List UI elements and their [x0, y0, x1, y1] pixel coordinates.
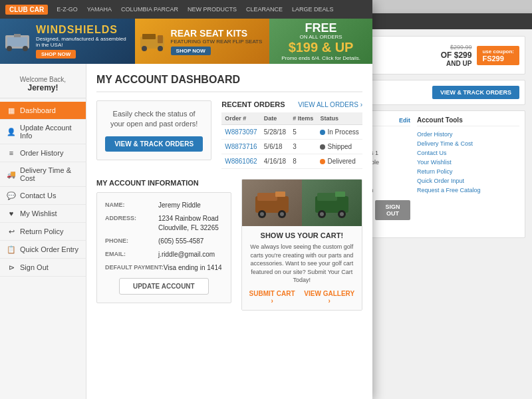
address-value: 1234 Rainbow Road Cloudville, FL 32265	[158, 214, 219, 233]
footer-quick-order[interactable]: Quick Order Input	[417, 178, 464, 184]
sidebar-item-order-history[interactable]: ≡ Order History	[0, 144, 86, 162]
order-link-1[interactable]: W8873097	[225, 128, 257, 136]
footer-contact[interactable]: Contact Us	[417, 150, 447, 156]
free-price: $199 & UP	[289, 40, 354, 55]
seat-kits-subtitle: FEATURING GTW REAR FLIP SEATS	[171, 39, 263, 45]
sidebar-label-return: Return Policy	[20, 227, 63, 235]
track-orders-description: Easily check the status of your open and…	[105, 109, 203, 130]
footer-delivery[interactable]: Delivery Time & Cost	[417, 140, 473, 147]
main-panel: CLUB CAR E-Z-GO YAMAHA COLUMBIA PARCAR N…	[0, 0, 372, 399]
footer-wishlist[interactable]: Your Wishlist	[417, 159, 452, 166]
col-date: Date	[261, 112, 290, 125]
nav-item-ezgo[interactable]: E-Z-GO	[53, 6, 81, 13]
banner-free-shipping[interactable]: FREE ON ALL ORDERS $199 & UP Promo ends …	[269, 19, 372, 64]
cart-image-1	[242, 180, 302, 226]
view-gallery-link[interactable]: VIEW GALLERY ›	[302, 290, 356, 305]
update-account-button[interactable]: UPDATE ACCOUNT	[119, 278, 209, 295]
svg-point-21	[280, 212, 284, 216]
sidebar-item-delivery[interactable]: 🚚 Delivery Time & Cost	[0, 162, 86, 187]
nav-item-yamaha[interactable]: YAMAHA	[84, 6, 115, 13]
order-date-2: 5/6/18	[261, 140, 290, 154]
orders-right: RECENT ORDERS VIEW ALL ORDERS › Order # …	[221, 100, 362, 169]
account-icon: 👤	[7, 127, 16, 136]
order-link-3[interactable]: W8861062	[225, 158, 257, 165]
contact-icon: 💬	[7, 191, 16, 200]
email-value: j.riddle@gmail.com	[158, 250, 215, 259]
svg-point-28	[340, 212, 344, 216]
banner: WINDSHIELDS Designed, manufactured & ass…	[0, 19, 372, 64]
wishlist-icon: ♥	[7, 209, 16, 218]
cart-box: SHOW US YOUR CART! We always love seeing…	[241, 179, 362, 311]
sidebar-label-wishlist: My Wishlist	[20, 209, 57, 217]
free-shipping-price: $299.99 OF $299 AND UP	[441, 44, 472, 67]
status-dot-3	[320, 159, 325, 164]
windshields-shop-btn[interactable]: SHOP NOW	[36, 50, 76, 59]
cart-content: SHOW US YOUR CART! We always love seeing…	[242, 226, 362, 310]
order-link-2[interactable]: W8873716	[225, 143, 257, 150]
sidebar-item-dashboard[interactable]: ▦ Dashboard	[0, 102, 86, 120]
account-right: SHOW US YOUR CART! We always love seeing…	[241, 179, 362, 311]
signout-button[interactable]: SIGN OUT	[375, 200, 410, 220]
status-text-2: Shipped	[327, 143, 352, 150]
footer-edit-link[interactable]: Edit	[399, 117, 410, 124]
page-title: MY ACCOUNT DASHBOARD	[96, 74, 362, 92]
address-line1: 1234 Rainbow Road	[158, 215, 219, 222]
main-content: MY ACCOUNT DASHBOARD Easily check the st…	[86, 64, 372, 399]
nav-item-large-deals[interactable]: LARGE DEALS	[289, 6, 337, 13]
nav-item-clearance[interactable]: CLEARANCE	[243, 6, 286, 13]
sidebar-label-quick-order: Quick Order Entry	[20, 245, 78, 253]
status-badge-3: Delivered	[320, 158, 359, 165]
nav-item-columbia[interactable]: COLUMBIA PARCAR	[118, 6, 182, 13]
and-up: AND UP	[441, 60, 472, 67]
info-row-payment: DEFAULT PAYMENT: Visa ending in 1414	[105, 263, 223, 273]
banner-windshields[interactable]: WINDSHIELDS Designed, manufactured & ass…	[0, 19, 135, 64]
track-orders-button[interactable]: VIEW & TRACK ORDERS	[432, 86, 519, 99]
order-items-3: 8	[289, 154, 317, 169]
sidebar-item-update-account[interactable]: 👤 Update Account Info	[0, 120, 86, 144]
seat-kits-shop-btn[interactable]: SHOP NOW	[171, 47, 211, 55]
sidebar-item-wishlist[interactable]: ♥ My Wishlist	[0, 205, 86, 223]
account-info-box: NAME: Jeremy Riddle ADDRESS: 1234 Rainbo…	[96, 192, 231, 303]
footer-return[interactable]: Return Policy	[417, 168, 453, 175]
welcome-text: Welcome Back,	[7, 76, 79, 83]
footer-order-history[interactable]: Order History	[417, 131, 453, 138]
nav-logo: CLUB CAR	[5, 5, 48, 15]
quick-order-icon: 📋	[7, 245, 16, 254]
sidebar-item-return-policy[interactable]: ↩ Return Policy	[0, 223, 86, 241]
order-history-icon: ≡	[7, 148, 16, 158]
signout-icon: ⊳	[7, 263, 16, 272]
account-info-section: MY ACCOUNT INFORMATION NAME: Jeremy Ridd…	[96, 179, 362, 311]
svg-point-19	[260, 212, 264, 216]
status-text-1: In Process	[327, 128, 358, 136]
recent-orders-section: Easily check the status of your open and…	[96, 100, 362, 169]
phone-value: (605) 555-4587	[158, 237, 203, 246]
email-label: EMAIL:	[105, 250, 158, 257]
footer-catalog[interactable]: Request a Free Catalog	[417, 187, 481, 194]
sidebar-label-signout: Sign Out	[20, 263, 49, 271]
svg-rect-12	[142, 34, 156, 39]
banner-seat-kits[interactable]: REAR SEAT KITS FEATURING GTW REAR FLIP S…	[135, 19, 270, 64]
payment-label: DEFAULT PAYMENT:	[105, 263, 164, 271]
sidebar-label-dashboard: Dashboard	[20, 106, 56, 114]
footer-col-tools: Account Tools Order History Delivery Tim…	[417, 116, 519, 232]
windshields-subtitle: Designed, manufactured & assembled in th…	[36, 36, 131, 48]
nav-item-new-products[interactable]: NEW PRODUCTS	[184, 6, 240, 13]
view-track-orders-button[interactable]: VIEW & TRACK ORDERS	[105, 136, 203, 152]
sidebar-item-signout[interactable]: ⊳ Sign Out	[0, 259, 86, 277]
svg-rect-17	[257, 193, 277, 201]
show-cart-title: SHOW US YOUR CART!	[247, 231, 356, 239]
sidebar-label-delivery: Delivery Time & Cost	[20, 166, 79, 182]
sidebar-item-quick-order[interactable]: 📋 Quick Order Entry	[0, 241, 86, 259]
sidebar-item-contact[interactable]: 💬 Contact Us	[0, 187, 86, 205]
status-badge-1: In Process	[320, 128, 359, 136]
order-date-1: 5/28/18	[261, 125, 290, 140]
orders-header: RECENT ORDERS VIEW ALL ORDERS ›	[221, 100, 362, 108]
view-all-orders-link[interactable]: VIEW ALL ORDERS ›	[298, 101, 362, 108]
status-badge-2: Shipped	[320, 143, 359, 150]
name-value: Jeremy Riddle	[158, 201, 201, 210]
submit-cart-link[interactable]: SUBMIT CART ›	[247, 290, 297, 305]
cart-image-2	[302, 180, 362, 226]
order-date-3: 4/16/18	[261, 154, 290, 169]
welcome-box: Welcome Back, Jeremy!	[0, 70, 86, 98]
sidebar-label-history: Order History	[20, 149, 63, 157]
